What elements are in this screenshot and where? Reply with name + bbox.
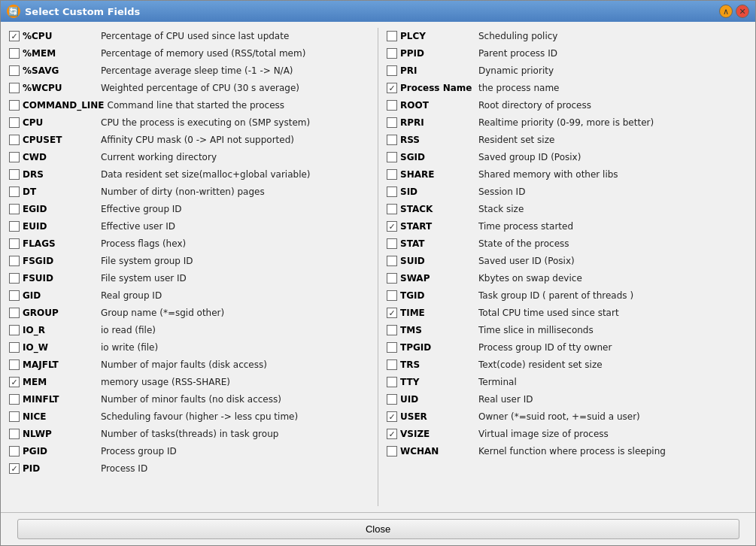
field-checkbox[interactable] <box>387 31 397 41</box>
field-checkbox[interactable] <box>9 152 20 162</box>
field-description: Saved user ID (Posix) <box>478 256 747 266</box>
table-row: COMMAND_LINECommand line that started th… <box>7 97 372 114</box>
field-name-label: RPRI <box>400 117 475 128</box>
table-row: Process Namethe process name <box>384 80 749 96</box>
field-checkbox[interactable] <box>9 100 20 111</box>
field-checkbox[interactable] <box>387 394 397 405</box>
field-name-label: EUID <box>23 221 98 232</box>
field-checkbox[interactable] <box>9 135 20 145</box>
field-description: Group name (*=sgid other) <box>101 308 369 318</box>
field-checkbox[interactable] <box>387 429 397 439</box>
field-description: Process group ID of tty owner <box>478 342 747 353</box>
field-description: Realtime priority (0-99, more is better) <box>478 117 747 128</box>
close-window-button[interactable]: ✕ <box>736 5 749 18</box>
app-icon: 🔄 <box>7 5 20 18</box>
field-name-label: %WCPU <box>23 83 98 93</box>
field-checkbox[interactable] <box>387 169 397 180</box>
field-checkbox[interactable] <box>9 65 20 76</box>
table-row: VSIZEVirtual image size of process <box>384 426 749 442</box>
field-checkbox[interactable] <box>387 325 397 335</box>
field-checkbox[interactable] <box>387 342 397 353</box>
field-description: the process name <box>478 83 747 93</box>
table-row: %WCPUWeighted percentage of CPU (30 s av… <box>7 80 372 96</box>
field-checkbox[interactable] <box>387 83 397 93</box>
field-checkbox[interactable] <box>9 446 20 457</box>
field-checkbox[interactable] <box>387 359 397 370</box>
field-checkbox[interactable] <box>9 83 20 93</box>
table-row: EGIDEffective group ID <box>7 201 372 217</box>
field-name-label: FSUID <box>23 273 98 284</box>
field-checkbox[interactable] <box>9 256 20 266</box>
field-description: Number of minor faults (no disk access) <box>101 394 369 405</box>
field-checkbox[interactable] <box>9 359 20 370</box>
field-checkbox[interactable] <box>9 117 20 128</box>
field-checkbox[interactable] <box>387 65 397 76</box>
table-row: SIDSession ID <box>384 184 749 200</box>
field-checkbox[interactable] <box>387 446 397 457</box>
field-checkbox[interactable] <box>387 411 397 422</box>
field-checkbox[interactable] <box>387 221 397 232</box>
field-checkbox[interactable] <box>387 290 397 301</box>
field-description: Root directory of process <box>478 100 747 111</box>
field-description: Percentage of CPU used since last update <box>101 31 369 41</box>
titlebar-buttons: ∧ ✕ <box>719 5 749 18</box>
field-description: Terminal <box>478 377 747 387</box>
field-checkbox[interactable] <box>9 411 20 422</box>
field-checkbox[interactable] <box>9 290 20 301</box>
close-button[interactable]: Close <box>17 519 739 539</box>
field-checkbox[interactable] <box>9 204 20 214</box>
field-checkbox[interactable] <box>387 273 397 284</box>
field-name-label: GID <box>23 290 98 301</box>
field-name-label: DT <box>23 187 98 197</box>
table-row: DTNumber of dirty (non-written) pages <box>7 184 372 200</box>
field-description: State of the process <box>478 238 747 249</box>
table-row: GIDReal group ID <box>7 287 372 304</box>
field-description: Virtual image size of process <box>478 429 747 439</box>
field-checkbox[interactable] <box>9 429 20 439</box>
field-checkbox[interactable] <box>9 463 20 474</box>
field-checkbox[interactable] <box>9 325 20 335</box>
right-column: PLCYScheduling policyPPIDParent process … <box>384 28 749 506</box>
field-checkbox[interactable] <box>9 31 20 41</box>
table-row: PGIDProcess group ID <box>7 443 372 460</box>
field-checkbox[interactable] <box>387 256 397 266</box>
field-description: Task group ID ( parent of threads ) <box>478 290 747 301</box>
field-checkbox[interactable] <box>9 308 20 318</box>
field-checkbox[interactable] <box>387 152 397 162</box>
field-name-label: ROOT <box>400 100 475 111</box>
field-name-label: COMMAND_LINE <box>23 100 105 111</box>
field-checkbox[interactable] <box>9 342 20 353</box>
field-name-label: %SAVG <box>23 65 98 76</box>
field-description: Owner (*=suid root, +=suid a user) <box>478 411 747 422</box>
field-description: Resident set size <box>478 135 747 145</box>
field-checkbox[interactable] <box>9 48 20 59</box>
field-name-label: CWD <box>23 152 98 162</box>
field-checkbox[interactable] <box>9 187 20 197</box>
field-checkbox[interactable] <box>387 135 397 145</box>
field-checkbox[interactable] <box>387 48 397 59</box>
field-name-label: IO_R <box>23 325 98 335</box>
field-checkbox[interactable] <box>387 238 397 249</box>
field-checkbox[interactable] <box>387 187 397 197</box>
field-checkbox[interactable] <box>387 204 397 214</box>
field-checkbox[interactable] <box>9 273 20 284</box>
field-name-label: PRI <box>400 65 475 76</box>
table-row: TMSTime slice in milliseconds <box>384 322 749 338</box>
field-checkbox[interactable] <box>9 238 20 249</box>
field-checkbox[interactable] <box>387 100 397 111</box>
titlebar: 🔄 Select Custom Fields ∧ ✕ <box>1 1 755 22</box>
field-checkbox[interactable] <box>9 221 20 232</box>
field-checkbox[interactable] <box>387 117 397 128</box>
field-description: Real group ID <box>101 290 369 301</box>
field-checkbox[interactable] <box>9 169 20 180</box>
field-name-label: PLCY <box>400 31 475 41</box>
field-checkbox[interactable] <box>387 377 397 387</box>
field-name-label: GROUP <box>23 308 98 318</box>
field-name-label: TRS <box>400 359 475 370</box>
field-checkbox[interactable] <box>387 308 397 318</box>
field-name-label: PID <box>23 463 98 474</box>
field-description: Effective user ID <box>101 221 369 232</box>
minimize-button[interactable]: ∧ <box>719 5 733 18</box>
field-checkbox[interactable] <box>9 394 20 405</box>
field-checkbox[interactable] <box>9 377 20 387</box>
